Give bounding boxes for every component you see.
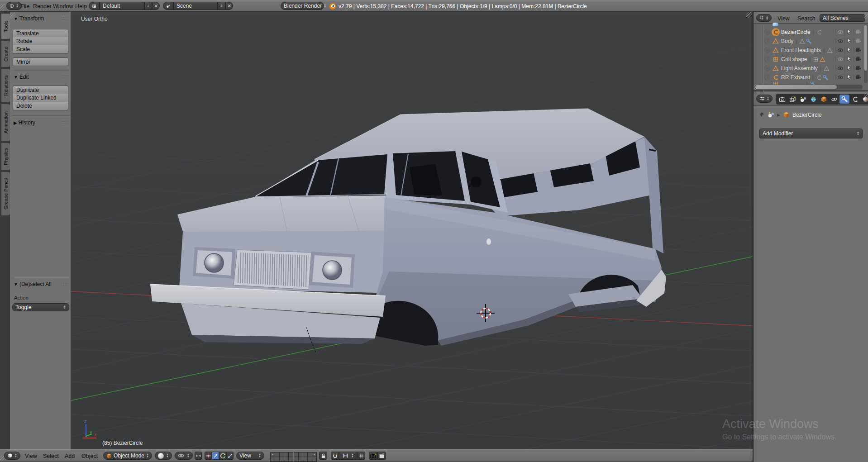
scene-icon-button[interactable] xyxy=(163,2,173,10)
outliner-row-grill-shape[interactable]: Grill shape xyxy=(754,55,868,64)
expand-icon[interactable] xyxy=(763,65,771,72)
tab-render-layers[interactable] xyxy=(787,95,797,104)
cursor-arrow-icon[interactable] xyxy=(846,38,852,44)
outliner-row-rr-exhaust[interactable]: RR Exhaust xyxy=(754,73,868,82)
menu-file[interactable]: File xyxy=(20,3,29,10)
menu-select[interactable]: Select xyxy=(43,453,59,459)
outliner-hscrollbar-thumb[interactable] xyxy=(755,85,837,89)
camera-restrict-icon[interactable] xyxy=(855,29,861,35)
delete-button[interactable]: Delete xyxy=(13,102,68,110)
eye-closed-icon[interactable] xyxy=(837,56,844,62)
screen-layout-field[interactable]: Default xyxy=(100,2,144,10)
panel-grip-dots-icon[interactable]: :::: xyxy=(61,74,68,79)
expand-icon[interactable] xyxy=(763,47,771,54)
pivot-point-selector[interactable]: ▲▼ xyxy=(175,452,193,460)
manipulator-axis-toggle[interactable] xyxy=(205,452,212,460)
tab-scene[interactable] xyxy=(798,95,808,104)
eye-icon[interactable] xyxy=(837,65,844,71)
screen-layout-icon-button[interactable] xyxy=(89,2,100,10)
shelf-tab-animation[interactable]: Animation xyxy=(1,104,10,141)
rotate-button[interactable]: Rotate xyxy=(13,37,68,46)
expand-icon[interactable] xyxy=(763,74,771,81)
delete-scene-button[interactable]: ✕ xyxy=(225,2,233,10)
action-toggle-dropdown[interactable]: Toggle ▲▼ xyxy=(12,303,69,311)
camera-restrict-icon[interactable] xyxy=(855,47,861,53)
camera-restrict-icon[interactable] xyxy=(855,65,861,71)
mode-selector[interactable]: Object Mode ▲▼ xyxy=(103,452,152,460)
outliner-vscrollbar-thumb[interactable] xyxy=(864,25,867,71)
menu-window[interactable]: Window xyxy=(53,3,73,10)
outliner-hscrollbar-track[interactable] xyxy=(755,85,863,90)
duplicate-linked-button[interactable]: Duplicate Linked xyxy=(13,94,68,102)
expand-icon[interactable] xyxy=(763,56,771,63)
area-corner-grip[interactable] xyxy=(864,93,868,99)
delete-layout-button[interactable]: ✕ xyxy=(152,2,160,10)
scene-field[interactable]: Scene xyxy=(173,2,218,10)
eye-icon[interactable] xyxy=(837,38,844,44)
pin-icon[interactable] xyxy=(758,111,765,118)
tab-object[interactable] xyxy=(819,95,829,104)
opengl-render-animation-button[interactable] xyxy=(377,452,386,460)
manipulator-rotate-toggle[interactable] xyxy=(219,452,226,460)
shelf-tab-create[interactable]: Create xyxy=(1,41,10,67)
shelf-tab-relations[interactable]: Relations xyxy=(1,69,10,102)
area-corner-grip[interactable] xyxy=(0,455,4,461)
add-layout-button[interactable]: + xyxy=(144,2,152,10)
cursor-arrow-icon[interactable] xyxy=(846,56,852,62)
editor-type-selector[interactable]: ▲▼ xyxy=(756,95,773,103)
redo-panel-header[interactable]: ▼(De)select All xyxy=(14,281,52,287)
cursor-arrow-icon[interactable] xyxy=(846,47,852,53)
shelf-tab-physics[interactable]: Physics xyxy=(1,143,10,170)
panel-grip-dots-icon[interactable]: :::: xyxy=(61,120,68,125)
outliner-row-light-assembly[interactable]: Light Assembly xyxy=(754,64,868,73)
transform-orientation-selector[interactable]: View ▲▼ xyxy=(236,452,264,460)
manipulator-translate-toggle[interactable] xyxy=(212,452,219,460)
outliner-menu-view[interactable]: View xyxy=(777,15,790,22)
layer-grid-2[interactable] xyxy=(294,452,317,462)
expand-icon[interactable] xyxy=(763,29,771,36)
cursor-arrow-icon[interactable] xyxy=(846,74,852,80)
manipulate-center-points-toggle[interactable] xyxy=(195,452,202,460)
add-scene-button[interactable]: + xyxy=(218,2,225,10)
area-corner-grip[interactable] xyxy=(754,84,758,90)
tab-object-data[interactable] xyxy=(850,95,860,104)
cursor-arrow-icon[interactable] xyxy=(846,29,852,35)
scale-button[interactable]: Scale xyxy=(13,45,68,54)
menu-render[interactable]: Render xyxy=(33,3,52,10)
area-corner-grip[interactable] xyxy=(864,13,868,19)
outliner-scope-selector[interactable]: All Scenes xyxy=(820,14,865,22)
snap-element-selector[interactable]: ▲▼ xyxy=(339,452,357,460)
outliner-row-body[interactable]: Body xyxy=(754,37,868,46)
duplicate-button[interactable]: Duplicate xyxy=(13,86,68,94)
snap-toggle[interactable] xyxy=(331,452,339,460)
tab-world[interactable] xyxy=(808,95,818,104)
tab-constraints[interactable] xyxy=(829,95,839,104)
cursor-arrow-icon[interactable] xyxy=(846,65,852,71)
3d-viewport[interactable]: z y x User Ortho (85) BezierCircle xyxy=(71,12,753,449)
eye-icon[interactable] xyxy=(837,74,844,81)
manipulator-scale-toggle[interactable] xyxy=(226,452,234,460)
layer-grid-1[interactable] xyxy=(270,452,293,462)
outliner-row-beziercircle[interactable]: BezierCircle xyxy=(754,28,868,37)
camera-restrict-icon[interactable] xyxy=(855,38,861,44)
expand-icon[interactable] xyxy=(763,38,771,45)
eye-closed-icon[interactable] xyxy=(837,29,844,35)
camera-restrict-icon[interactable] xyxy=(855,56,861,62)
area-corner-grip[interactable] xyxy=(0,4,5,11)
tab-render[interactable] xyxy=(777,95,787,104)
outliner-menu-search[interactable]: Search xyxy=(797,15,816,22)
shelf-tab-tools[interactable]: Tools xyxy=(1,14,10,39)
menu-help[interactable]: Help xyxy=(75,3,87,10)
car-model[interactable] xyxy=(150,109,666,352)
viewport-shading-selector[interactable]: ▲▼ xyxy=(155,452,172,460)
history-panel-header[interactable]: ▶History xyxy=(14,119,35,126)
outliner-vscrollbar-track[interactable] xyxy=(864,24,868,83)
render-engine-selector[interactable]: Blender Render ▲▼ xyxy=(281,2,324,10)
tab-modifiers[interactable] xyxy=(839,95,849,104)
editor-type-selector[interactable]: ▲▼ xyxy=(756,14,772,22)
panel-grip-dots-icon[interactable]: :::: xyxy=(61,281,68,286)
menu-add[interactable]: Add xyxy=(65,453,75,459)
camera-restrict-icon[interactable] xyxy=(855,74,861,80)
editor-type-selector[interactable]: ▲▼ xyxy=(4,452,20,460)
edit-panel-header[interactable]: ▼Edit xyxy=(14,74,29,80)
